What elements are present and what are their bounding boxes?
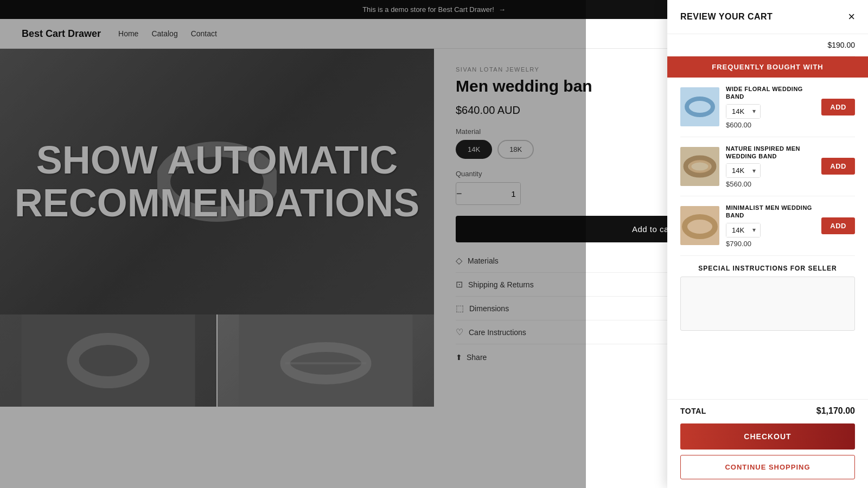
quantity-stepper: − + (456, 182, 521, 205)
care-label: Care Instructions (469, 328, 526, 337)
cart-item-partial: $190.00 (680, 34, 855, 56)
fbt-item-3-add-button[interactable]: ADD (821, 217, 855, 234)
metal-btn-14k[interactable]: 14K (456, 140, 492, 159)
product-thumbnails (0, 314, 434, 407)
product-main-image: SHOW AUTOMATIC RECOMMENDATIONS (0, 49, 434, 314)
metal-btn-18k[interactable]: 18K (497, 140, 534, 159)
nav-brand[interactable]: Best Cart Drawer (22, 28, 101, 40)
fbt-item-2: NATURE INSPIRED MEN WEDDING BAND 14K 16K… (680, 137, 855, 197)
nav-links: Home Catalog Contact (118, 29, 217, 38)
product-thumb-1[interactable] (0, 314, 216, 407)
fbt-item-2-add-button[interactable]: ADD (821, 158, 855, 175)
materials-icon: ◇ (456, 255, 462, 266)
care-icon: ♡ (456, 327, 463, 337)
fbt-item-3-img-svg (680, 206, 719, 245)
thumb-ring-svg-1 (0, 314, 216, 407)
fbt-item-1-info: WIDE FLORAL WEDDING BAND 14K 16K 18K ▾ $… (726, 85, 815, 129)
fbt-item-3-image (680, 206, 719, 245)
fbt-item-1-img-svg (680, 87, 719, 126)
cart-close-button[interactable]: × (848, 11, 855, 23)
cart-body: $190.00 FREQUENTLY BOUGHT WITH WIDE FLOR… (667, 34, 868, 399)
fbt-item-1-price: $600.00 (726, 121, 815, 129)
frequently-bought-section-header: FREQUENTLY BOUGHT WITH (667, 56, 868, 78)
fbt-item-3: MINIMALIST MEN WEDDING BAND 14K 16K 18K … (680, 196, 855, 256)
fbt-item-2-price: $560.00 (726, 180, 815, 188)
fbt-item-1-size-select[interactable]: 14K 16K 18K (726, 105, 760, 118)
cart-item-price: $190.00 (827, 41, 855, 49)
fbt-item-1-select-wrap: 14K 16K 18K ▾ (726, 104, 761, 119)
materials-label: Materials (468, 256, 499, 265)
overlay-text: SHOW AUTOMATIC RECOMMENDATIONS (0, 128, 434, 235)
fbt-item-3-price: $790.00 (726, 240, 815, 248)
cart-drawer: REVIEW YOUR CART × $190.00 FREQUENTLY BO… (667, 0, 868, 407)
fbt-item-3-name: MINIMALIST MEN WEDDING BAND (726, 204, 815, 220)
dimensions-label: Dimensions (469, 304, 509, 313)
fbt-item-3-select-wrap: 14K 16K 18K ▾ (726, 223, 761, 237)
dimensions-icon: ⬚ (456, 303, 464, 313)
fbt-item-1-add-button[interactable]: ADD (821, 99, 855, 115)
cart-total-row: TOTAL $1,170.00 (680, 406, 855, 407)
shipping-icon: ⊡ (456, 279, 463, 290)
cart-footer: TOTAL $1,170.00 CHECKOUT CONTINUE SHOPPI… (667, 399, 868, 407)
banner-text: This is a demo store for Best Cart Drawe… (362, 5, 494, 14)
fbt-item-2-info: NATURE INSPIRED MEN WEDDING BAND 14K 16K… (726, 145, 815, 189)
fbt-item-2-size-select[interactable]: 14K 16K 18K (726, 164, 760, 177)
fbt-item-2-image (680, 147, 719, 186)
fbt-item-2-select-wrap: 14K 16K 18K ▾ (726, 163, 761, 178)
quantity-input[interactable] (462, 183, 521, 204)
svg-rect-3 (239, 314, 413, 407)
fbt-item-3-size-select[interactable]: 14K 16K 18K (726, 223, 760, 237)
nav-link-contact[interactable]: Contact (191, 29, 217, 38)
fbt-item-3-info: MINIMALIST MEN WEDDING BAND 14K 16K 18K … (726, 204, 815, 248)
product-images: SHOW AUTOMATIC RECOMMENDATIONS (0, 49, 434, 407)
share-label: Share (467, 353, 487, 362)
frequently-bought-label: FREQUENTLY BOUGHT WITH (712, 63, 823, 71)
nav-link-catalog[interactable]: Catalog (151, 29, 177, 38)
product-thumb-2[interactable] (218, 314, 434, 407)
special-instructions-label: SPECIAL INSTRUCTIONS FOR SELLER (680, 256, 855, 277)
cart-header: REVIEW YOUR CART × (667, 0, 868, 34)
fbt-item-2-name: NATURE INSPIRED MEN WEDDING BAND (726, 145, 815, 160)
share-icon: ⬆ (456, 353, 462, 362)
fbt-item-1-image (680, 87, 719, 126)
fbt-item-1-name: WIDE FLORAL WEDDING BAND (726, 85, 815, 101)
nav-link-home[interactable]: Home (118, 29, 138, 38)
svg-rect-1 (22, 314, 195, 407)
fbt-item-1: WIDE FLORAL WEDDING BAND 14K 16K 18K ▾ $… (680, 78, 855, 137)
fbt-item-2-img-svg (680, 147, 719, 186)
cart-title: REVIEW YOUR CART (680, 12, 773, 22)
shipping-label: Shipping & Returns (468, 280, 534, 289)
special-instructions-textarea[interactable] (680, 277, 855, 331)
banner-arrow: → (499, 5, 506, 14)
cart-total-amount: $1,170.00 (816, 406, 855, 407)
quantity-decrease[interactable]: − (456, 183, 462, 204)
thumb-ring-svg-2 (218, 314, 434, 407)
